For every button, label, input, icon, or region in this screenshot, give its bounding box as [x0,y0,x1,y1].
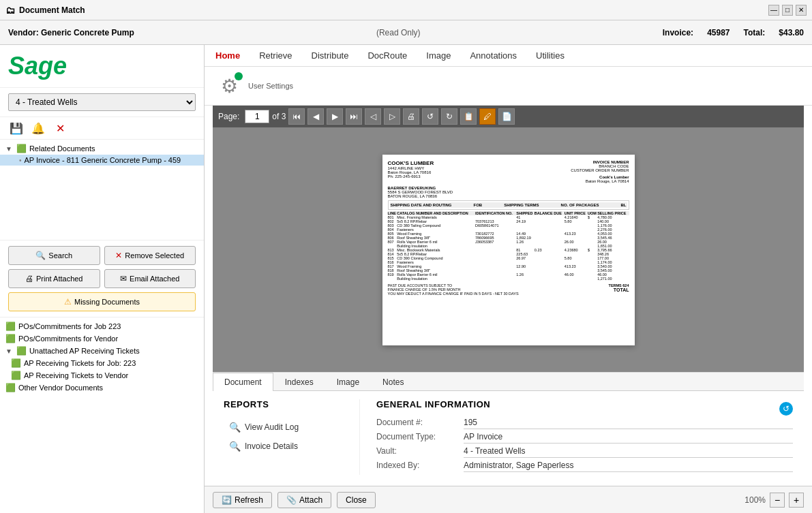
invoice-info: Invoice: 45987 Total: $43.80 [663,28,804,37]
view-audit-log-button[interactable]: 🔍 View Audit Log [224,418,348,437]
read-only-label: (Read Only) [376,28,421,37]
tab-indexes[interactable]: Indexes [273,373,325,391]
close-button[interactable]: ✕ [796,5,807,16]
remove-selected-button[interactable]: ✕ Remove Selected [104,246,196,265]
ap-receiving-vendor[interactable]: 🟩 AP Receiving Tickets to Vendor [0,369,204,382]
nav-utilities[interactable]: Utilities [533,49,567,62]
prev-page-button[interactable]: ◀ [307,108,324,125]
ap-receiving-job[interactable]: 🟩 AP Receiving Tickets for Job: 223 [0,357,204,369]
maximize-button[interactable]: □ [782,5,793,16]
nav-annotations[interactable]: Annotations [467,49,520,62]
tab-bar: Document Indexes Image Notes [213,373,804,391]
folder-icon: 🟩 [5,322,16,331]
indexed-by-value: Administrator, Sage Paperless [464,461,793,472]
indexed-by-label: Indexed By: [376,461,458,470]
cancel-button[interactable]: ✕ [52,120,68,136]
nav-distribute[interactable]: Distribute [309,49,352,62]
rotate-left-button[interactable]: ↺ [422,108,438,125]
vendor-bar: Vendor: Generic Concrete Pump (Read Only… [0,20,812,45]
document-image: COOK'S LUMBER 1442 AIRLINE HWY Baton Rou… [213,127,804,372]
main-container: Sage 4 - Treated Wells 💾 🔔 ✕ ▼ 🟩 Related… [0,45,812,513]
tab-document[interactable]: Document [213,373,273,391]
ap-invoice-item[interactable]: • AP Invoice - 811 Generic Concrete Pump… [0,155,204,166]
vault-value: 4 - Treated Wells [464,446,793,458]
vault-label: Vault: [376,446,458,456]
rotate-right-button[interactable]: ↻ [441,108,457,125]
folder-icon: 🟩 [11,358,21,368]
invoice-preview: COOK'S LUMBER 1442 AIRLINE HWY Baton Rou… [382,155,635,345]
refresh-info-button[interactable]: ↺ [779,402,793,416]
tab-content: REPORTS 🔍 View Audit Log 🔍 Invoice Detai… [213,391,804,483]
nav-image[interactable]: Image [423,49,453,62]
next-page-button[interactable]: ▶ [327,108,343,125]
save-button[interactable]: 💾 [8,120,25,136]
page-number-input[interactable] [245,110,269,123]
pos-commitments-vendor[interactable]: 🟩 POs/Commitments for Vendor [0,332,204,345]
sage-logo: Sage [8,52,67,80]
copy-button[interactable]: 📋 [460,108,477,125]
minimize-button[interactable]: — [768,5,779,16]
nav-docroute[interactable]: DocRoute [365,49,410,62]
print-button[interactable]: 🖨 [403,108,419,125]
last-page-button[interactable]: ⏭ [346,108,362,125]
tab-notes[interactable]: Notes [371,373,415,391]
folder-icon: 🟩 [11,371,21,380]
search-button[interactable]: 🔍 Search [8,246,100,265]
icon-buttons-row: 💾 🔔 ✕ [0,117,204,140]
invoice-details-button[interactable]: 🔍 Invoice Details [224,437,348,456]
attach-button[interactable]: 📎 Attach [277,492,331,508]
email-attached-button[interactable]: ✉ Email Attached [104,269,196,288]
page-controls: Page: of 3 ⏮ ◀ ▶ ⏭ ◁ ▷ 🖨 ↺ ↻ 📋 🖊 📄 [213,106,804,127]
collapse-icon: ▼ [5,145,12,153]
prev-thumb-button[interactable]: ◁ [365,108,381,125]
notes-button[interactable]: 📄 [498,108,515,125]
nav-retrieve[interactable]: Retrieve [256,49,295,62]
related-docs-tree: ▼ 🟩 Related Documents • AP Invoice - 811… [0,140,204,240]
document-number-value: 195 [464,418,793,429]
pos-commitments-job[interactable]: 🟩 POs/Commitments for Job 223 [0,320,204,332]
alert-button[interactable]: 🔔 [30,120,46,136]
warning-icon: ⚠ [64,297,72,307]
zoom-in-button[interactable]: + [789,493,804,508]
nav-home[interactable]: Home [213,49,243,62]
tab-image[interactable]: Image [325,373,371,391]
next-thumb-button[interactable]: ▷ [384,108,400,125]
zoom-level: 100% [745,495,766,505]
dropdown-area: 4 - Treated Wells [0,88,204,117]
vendor-info: Vendor: Generic Concrete Pump [8,28,134,37]
other-vendor-docs[interactable]: 🟩 Other Vendor Documents [0,382,204,394]
right-panel: Home Retrieve Distribute DocRoute Image … [205,45,812,513]
refresh-icon: 🔄 [222,495,232,505]
reports-section: REPORTS 🔍 View Audit Log 🔍 Invoice Detai… [224,399,360,475]
print-attached-button[interactable]: 🖨 Print Attached [8,269,100,288]
related-docs-header[interactable]: ▼ 🟩 Related Documents [0,142,204,155]
action-buttons: 🔍 Search ✕ Remove Selected 🖨 Print Attac… [0,240,204,317]
missing-documents-button[interactable]: ⚠ Missing Documents [8,292,196,311]
vault-dropdown[interactable]: 4 - Treated Wells [8,93,196,111]
unattached-ap-receiving[interactable]: ▼ 🟩 Unattached AP Receiving Tickets [0,345,204,357]
bottom-section: Document Indexes Image Notes REPORTS 🔍 V… [213,372,804,483]
folder-icon: 🟩 [5,334,16,343]
highlight-button[interactable]: 🖊 [479,108,496,125]
print-icon: 🖨 [25,274,33,283]
user-settings-button[interactable]: ⚙ [215,72,243,99]
related-docs-label: Related Documents [29,144,95,153]
page-label: Page: [218,112,239,121]
vendor-name: Generic Concrete Pump [41,28,134,37]
search-icon: 🔍 [35,251,46,260]
email-icon: ✉ [120,274,127,283]
document-type-value: AP Invoice [464,432,793,444]
document-number-row: Document #: 195 [376,418,793,429]
close-main-button[interactable]: Close [337,492,376,508]
document-viewer: Page: of 3 ⏮ ◀ ▶ ⏭ ◁ ▷ 🖨 ↺ ↻ 📋 🖊 📄 [213,106,804,372]
zoom-out-button[interactable]: − [770,493,785,508]
user-settings-area: ⚙ User Settings [205,67,812,106]
file-icon: • [19,157,22,164]
left-panel: Sage 4 - Treated Wells 💾 🔔 ✕ ▼ 🟩 Related… [0,45,205,513]
first-page-button[interactable]: ⏮ [288,108,305,125]
second-tree: 🟩 POs/Commitments for Job 223 🟩 POs/Comm… [0,317,204,513]
ap-invoice-label: AP Invoice - 811 Generic Concrete Pump -… [25,156,181,164]
title-bar: 🗂 Document Match — □ ✕ [0,0,812,20]
refresh-button[interactable]: 🔄 Refresh [213,492,272,508]
document-number-label: Document #: [376,418,458,427]
